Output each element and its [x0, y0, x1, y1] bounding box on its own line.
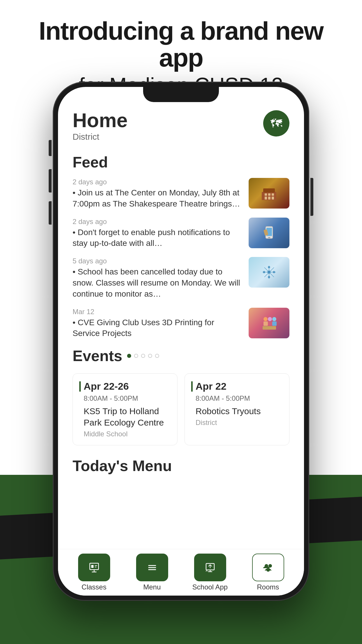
classes-icon	[88, 562, 100, 573]
app-content: Home District 🗺 Feed 2 days ago • Join u…	[58, 87, 304, 552]
events-header: Events	[73, 347, 289, 365]
svg-rect-2	[265, 193, 267, 196]
snow-thumb	[249, 257, 289, 288]
svg-point-18	[268, 276, 270, 278]
event-date: Apr 22	[196, 381, 226, 392]
home-title-group: Home District	[73, 110, 128, 142]
svg-point-21	[263, 317, 268, 321]
menu-icon-box	[136, 554, 168, 581]
menu-label: Menu	[143, 583, 161, 591]
event-name: KS5 Trip to Holland Park Ecology Centre	[79, 405, 171, 428]
phone-mockup: Home District 🗺 Feed 2 days ago • Join u…	[53, 82, 309, 601]
phone-icon	[261, 225, 277, 241]
avatar[interactable]: 🗺	[263, 110, 289, 136]
state-icon: 🗺	[270, 117, 282, 130]
rooms-icon	[262, 562, 274, 573]
phone-volume-down	[49, 201, 52, 225]
svg-point-23	[272, 317, 276, 321]
svg-rect-4	[272, 193, 274, 196]
nav-item-classes[interactable]: Classes	[65, 554, 123, 591]
svg-rect-27	[263, 326, 276, 330]
feed-item[interactable]: 5 days ago • School has been cancelled t…	[73, 257, 289, 299]
dot-4	[155, 354, 159, 358]
dot-3	[148, 354, 152, 358]
kids-icon	[261, 315, 277, 331]
feed-desc: • School has been cancelled today due to…	[73, 266, 243, 299]
feed-item[interactable]: Mar 12 • CVE Giving Club Uses 3D Printin…	[73, 308, 289, 339]
events-grid: Apr 22-26 8:00AM - 5:00PM KS5 Trip to Ho…	[73, 373, 289, 445]
phone-screen: Home District 🗺 Feed 2 days ago • Join u…	[58, 87, 304, 596]
svg-rect-28	[90, 563, 99, 570]
event-date: Apr 22-26	[84, 381, 129, 392]
nav-item-menu[interactable]: Menu	[123, 554, 181, 591]
event-school: District	[191, 419, 283, 427]
feed-item[interactable]: 2 days ago • Don't forget to enable push…	[73, 218, 289, 249]
home-title: Home	[73, 110, 128, 130]
svg-rect-26	[272, 321, 277, 326]
dot-2	[141, 354, 145, 358]
bottom-nav: Classes Menu	[58, 549, 304, 596]
event-date-bar: Apr 22	[191, 381, 283, 392]
phone-power-button	[310, 178, 313, 216]
rooms-icon-box	[252, 554, 284, 581]
app-header: Home District 🗺	[73, 110, 289, 142]
theater-icon	[260, 186, 278, 201]
feed-text: 5 days ago • School has been cancelled t…	[73, 257, 243, 299]
nav-item-rooms[interactable]: Rooms	[239, 554, 297, 591]
feed-text: Mar 12 • CVE Giving Club Uses 3D Printin…	[73, 308, 243, 339]
feed-text: 2 days ago • Don't forget to enable push…	[73, 218, 243, 249]
events-dots	[127, 354, 159, 358]
school-app-icon	[204, 562, 216, 573]
event-name: Robotics Tryouts	[191, 405, 283, 417]
feed-time: 2 days ago	[73, 218, 243, 226]
feed-thumbnail	[249, 218, 289, 248]
event-accent-bar	[79, 381, 81, 392]
feed-section-title: Feed	[73, 153, 289, 171]
events-section-title: Events	[73, 347, 122, 365]
event-time: 8:00AM - 5:00PM	[79, 394, 171, 402]
svg-point-22	[268, 317, 272, 321]
nav-item-school-app[interactable]: School App	[181, 554, 239, 591]
feed-item[interactable]: 2 days ago • Join us at The Center on Mo…	[73, 178, 289, 209]
svg-rect-7	[272, 197, 274, 200]
svg-point-17	[268, 266, 270, 268]
svg-rect-24	[263, 321, 268, 326]
svg-rect-5	[265, 197, 267, 200]
svg-point-19	[263, 271, 265, 273]
todays-menu-title: Today's Menu	[73, 457, 289, 475]
svg-rect-6	[268, 197, 270, 200]
feed-desc: • Join us at The Center on Monday, July …	[73, 187, 243, 209]
feed-text: 2 days ago • Join us at The Center on Mo…	[73, 178, 243, 209]
school-app-icon-box	[194, 554, 226, 581]
home-subtitle: District	[73, 132, 128, 142]
event-time: 8:00AM - 5:00PM	[191, 394, 283, 402]
feed-time: Mar 12	[73, 308, 243, 316]
phone-volume-silent	[49, 140, 52, 156]
feed-desc: • Don't forget to enable push notificati…	[73, 227, 243, 249]
kids-thumb	[249, 308, 289, 338]
classes-icon-box	[78, 554, 110, 581]
feed-thumbnail	[249, 308, 289, 338]
menu-icon	[146, 562, 158, 573]
school-app-label: School App	[192, 583, 228, 591]
rooms-label: Rooms	[257, 583, 279, 591]
feed-thumbnail	[249, 178, 289, 209]
dot-active	[127, 354, 131, 358]
feed-time: 2 days ago	[73, 178, 243, 186]
event-accent-bar	[191, 381, 193, 392]
svg-rect-3	[268, 193, 270, 196]
header-title: Introducing a brand new app	[23, 18, 339, 71]
event-card-2[interactable]: Apr 22 8:00AM - 5:00PM Robotics Tryouts …	[184, 373, 289, 445]
event-card-1[interactable]: Apr 22-26 8:00AM - 5:00PM KS5 Trip to Ho…	[73, 373, 178, 445]
feed-thumbnail	[249, 257, 289, 288]
svg-rect-25	[268, 321, 272, 326]
svg-point-46	[268, 564, 272, 568]
event-date-bar: Apr 22-26	[79, 381, 171, 392]
svg-rect-10	[268, 237, 270, 238]
svg-rect-1	[263, 188, 275, 192]
classes-label: Classes	[82, 583, 106, 591]
phone-volume-up	[49, 169, 52, 192]
phone-thumb	[249, 218, 289, 248]
svg-point-16	[268, 271, 270, 274]
event-school: Middle School	[79, 430, 171, 438]
